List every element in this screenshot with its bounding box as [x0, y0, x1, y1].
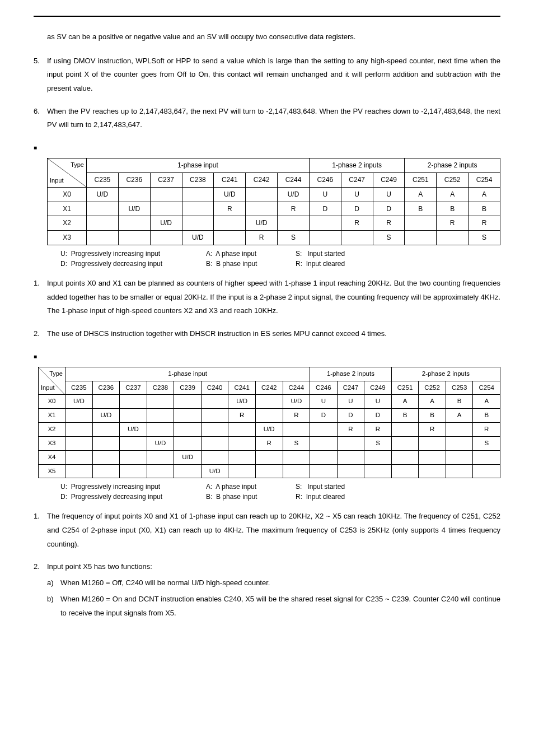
table-cell: U/D: [182, 231, 214, 245]
table-cell: S: [283, 436, 310, 450]
s2-item-2: 2. Input point X5 has two functions:: [34, 560, 500, 574]
table-cell: [473, 450, 500, 464]
table-cell: [246, 202, 278, 216]
table-cell: [214, 216, 246, 231]
table-cell: [147, 464, 174, 478]
table-cell: [446, 464, 473, 478]
table-cell: R: [228, 409, 256, 423]
table-cell: [201, 450, 228, 464]
table-col-header: C252: [437, 172, 469, 187]
table-cell: [437, 231, 469, 245]
t1-header-row: C235C236C237C238C241C242C244C246C247C249…: [48, 172, 500, 187]
table-cell: [92, 436, 120, 450]
table-cell: B: [419, 409, 446, 423]
s2-t1: The frequency of input points X0 and X1 …: [47, 510, 500, 551]
table-cell: [473, 464, 500, 478]
table-row: X1U/DRRDDDBBAB: [39, 409, 500, 423]
leg2-u: U: Progressively increasing input: [60, 482, 206, 492]
table-col-header: C237: [120, 381, 147, 395]
table-cell: [150, 202, 182, 216]
table-cell: R: [341, 216, 373, 231]
s1-item-1: 1. Input points X0 and X1 can be planned…: [34, 277, 500, 318]
table-cell: [310, 423, 338, 437]
table-cell: [201, 409, 228, 423]
table-cell: [341, 231, 373, 245]
table-cell: [120, 409, 147, 423]
table-cell: [283, 423, 310, 437]
table-cell: U/D: [150, 216, 182, 231]
table-row: X3U/DRSSS: [48, 231, 500, 245]
table-cell: [174, 423, 202, 437]
table-cell: [174, 464, 202, 478]
table-cell: [87, 231, 119, 245]
table-row: X0U/DU/DU/DUUUAAA: [48, 187, 500, 202]
table-cell: [65, 464, 93, 478]
table-cell: [87, 216, 119, 231]
t2-header-row: C235C236C237C238C239C240C241C242C244C246…: [39, 381, 500, 395]
s2-sub-b: b) When M1260 = On and DCNT instruction …: [47, 592, 500, 620]
table-cell: U/D: [228, 395, 256, 409]
table-cell: R: [246, 231, 278, 245]
table-cell: R: [437, 216, 469, 231]
table-cell: [147, 409, 174, 423]
table-row-header: X1: [39, 409, 65, 423]
table-col-header: C244: [278, 172, 310, 187]
t1-g1: 1-phase input: [87, 158, 310, 173]
table-cell: D: [341, 202, 373, 216]
t2-g1: 1-phase input: [65, 367, 310, 381]
table-cell: R: [364, 423, 392, 437]
num-6: 6.: [34, 105, 47, 119]
table-cell: [255, 464, 283, 478]
table-cell: [182, 202, 214, 216]
table-cell: D: [309, 202, 341, 216]
table-col-header: C247: [341, 172, 373, 187]
table-col-header: C246: [310, 381, 338, 395]
table-cell: [65, 409, 93, 423]
table-cell: U: [341, 187, 373, 202]
table-cell: U/D: [92, 409, 120, 423]
table-cell: U: [310, 395, 338, 409]
table-row: X3U/DRSSS: [39, 436, 500, 450]
table-cell: [246, 187, 278, 202]
t1-type: Type: [71, 159, 84, 171]
table-row-header: X3: [39, 436, 65, 450]
table-cell: A: [446, 409, 473, 423]
table-cell: [337, 450, 364, 464]
table-cell: [92, 464, 120, 478]
table-col-header: C239: [174, 381, 202, 395]
table-cell: [337, 436, 364, 450]
leg2-d: D: Progressively decreasing input: [60, 492, 206, 502]
bullet-icon: ■: [34, 141, 47, 155]
table-cell: U: [373, 187, 405, 202]
table-cell: U/D: [147, 436, 174, 450]
t1-g2: 1-phase 2 inputs: [309, 158, 405, 173]
table-cell: B: [473, 409, 500, 423]
table-cell: U/D: [214, 187, 246, 202]
num-5: 5.: [34, 54, 47, 68]
table-cell: [214, 231, 246, 245]
table-cell: B: [405, 202, 437, 216]
table-col-header: C238: [182, 172, 214, 187]
table-cell: R: [214, 202, 246, 216]
table-cell: R: [419, 423, 446, 437]
table-cell: [419, 436, 446, 450]
text-6: When the PV reaches up to 2,147,483,647,…: [47, 105, 500, 132]
table-cell: A: [469, 187, 500, 202]
table-cell: [310, 450, 338, 464]
table-cell: [446, 423, 473, 437]
table-cell: [405, 231, 437, 245]
leg2-r: R: Input cleared: [296, 492, 380, 502]
table-cell: U/D: [255, 423, 283, 437]
table-col-header: C235: [87, 172, 119, 187]
table-cell: A: [473, 395, 500, 409]
table-cell: S: [469, 231, 500, 245]
s2-n1: 1.: [34, 510, 47, 524]
table-cell: [201, 436, 228, 450]
table-cell: R: [337, 423, 364, 437]
table-cell: [228, 423, 256, 437]
table-cell: [283, 450, 310, 464]
leg-u: U: Progressively increasing input: [60, 249, 206, 259]
leg2-a: A: A phase input: [206, 482, 296, 492]
table-cell: [310, 464, 338, 478]
table-col-header: C254: [473, 381, 500, 395]
